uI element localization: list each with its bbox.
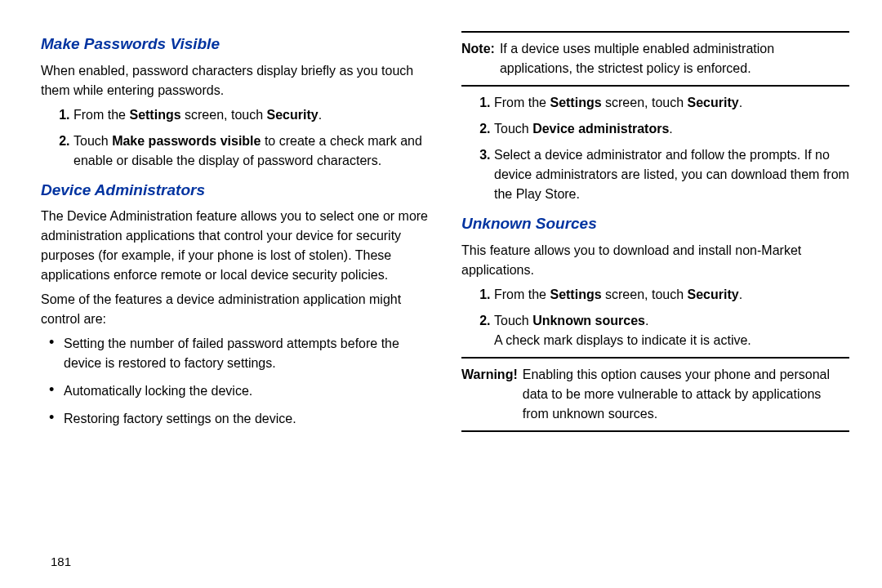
step-note: A check mark displays to indicate it is … [494,331,849,350]
list-item: Touch Make passwords visible to create a… [74,131,429,171]
list-item: From the Settings screen, touch Security… [494,93,849,113]
steps-list: From the Settings screen, touch Security… [41,105,429,171]
list-item: From the Settings screen, touch Security… [74,105,429,125]
warning-label: Warning! [461,365,518,424]
list-item: Touch Unknown sources. A check mark disp… [494,311,849,350]
note-text: If a device uses multiple enabled admini… [500,39,849,78]
divider [461,85,849,87]
steps-list: From the Settings screen, touch Security… [461,93,849,204]
divider [461,357,849,359]
divider [461,31,849,33]
steps-list: From the Settings screen, touch Security… [461,285,849,350]
paragraph: When enabled, password characters displa… [41,61,429,100]
list-item: Select a device administrator and follow… [494,145,849,204]
left-column: Make Passwords Visible When enabled, pas… [41,24,429,572]
right-column: Note: If a device uses multiple enabled … [461,24,849,572]
list-item: Restoring factory settings on the device… [64,409,429,429]
warning-text: Enabling this option causes your phone a… [523,365,849,424]
warning-block: Warning! Enabling this option causes you… [461,365,849,424]
divider [461,430,849,432]
list-item: Touch Device administrators. [494,119,849,139]
paragraph: This feature allows you to download and … [461,241,849,280]
manual-page: Make Passwords Visible When enabled, pas… [0,0,882,588]
page-number: 181 [51,555,71,568]
paragraph: Some of the features a device administra… [41,290,429,329]
heading-make-passwords-visible: Make Passwords Visible [41,33,429,56]
list-item: Setting the number of failed password at… [64,334,429,373]
heading-device-administrators: Device Administrators [41,179,429,203]
note-label: Note: [461,39,495,78]
list-item: From the Settings screen, touch Security… [494,285,849,305]
heading-unknown-sources: Unknown Sources [461,212,849,236]
list-item: Automatically locking the device. [64,381,429,401]
note-block: Note: If a device uses multiple enabled … [461,39,849,78]
bullet-list: Setting the number of failed password at… [41,334,429,429]
paragraph: The Device Administration feature allows… [41,207,429,285]
